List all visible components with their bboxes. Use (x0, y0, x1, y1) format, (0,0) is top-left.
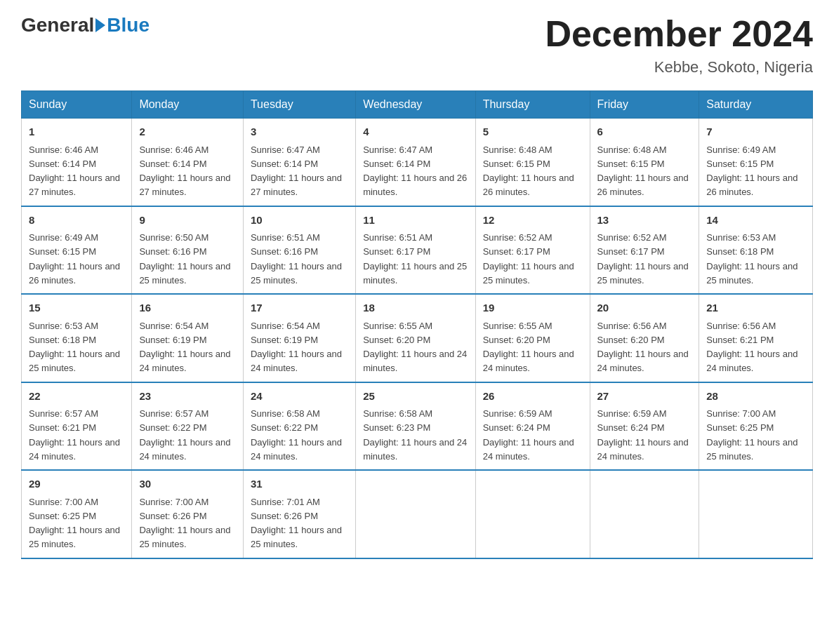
calendar-cell: 1 Sunrise: 6:46 AMSunset: 6:14 PMDayligh… (22, 119, 132, 206)
day-number: 26 (483, 389, 583, 405)
calendar-cell: 20 Sunrise: 6:56 AMSunset: 6:20 PMDaylig… (590, 294, 699, 382)
calendar-cell: 29 Sunrise: 7:00 AMSunset: 6:25 PMDaylig… (22, 470, 132, 558)
day-number: 24 (251, 389, 348, 405)
calendar-cell: 30 Sunrise: 7:00 AMSunset: 6:26 PMDaylig… (132, 470, 244, 558)
day-info: Sunrise: 6:47 AMSunset: 6:14 PMDaylight:… (363, 145, 467, 198)
calendar-cell: 4 Sunrise: 6:47 AMSunset: 6:14 PMDayligh… (356, 119, 476, 206)
day-number: 10 (251, 213, 348, 229)
day-number: 6 (597, 124, 692, 140)
day-info: Sunrise: 6:52 AMSunset: 6:17 PMDaylight:… (597, 232, 689, 286)
day-info: Sunrise: 6:51 AMSunset: 6:16 PMDaylight:… (251, 232, 342, 286)
calendar-cell: 28 Sunrise: 7:00 AMSunset: 6:25 PMDaylig… (699, 382, 813, 471)
day-info: Sunrise: 6:57 AMSunset: 6:22 PMDaylight:… (139, 408, 230, 462)
calendar-cell: 18 Sunrise: 6:55 AMSunset: 6:20 PMDaylig… (356, 294, 476, 382)
calendar-week-row: 15 Sunrise: 6:53 AMSunset: 6:18 PMDaylig… (22, 294, 813, 382)
weekday-header-saturday: Saturday (699, 91, 813, 119)
day-info: Sunrise: 6:54 AMSunset: 6:19 PMDaylight:… (139, 321, 230, 374)
day-info: Sunrise: 6:55 AMSunset: 6:20 PMDaylight:… (363, 321, 467, 374)
day-number: 15 (29, 300, 124, 316)
day-number: 29 (29, 476, 124, 492)
calendar-cell: 5 Sunrise: 6:48 AMSunset: 6:15 PMDayligh… (475, 119, 590, 206)
day-info: Sunrise: 6:51 AMSunset: 6:17 PMDaylight:… (363, 232, 467, 286)
day-info: Sunrise: 6:48 AMSunset: 6:15 PMDaylight:… (483, 145, 574, 198)
day-number: 17 (251, 300, 348, 316)
calendar-week-row: 1 Sunrise: 6:46 AMSunset: 6:14 PMDayligh… (22, 119, 813, 206)
logo-arrow-icon (95, 18, 105, 32)
calendar-cell (699, 470, 813, 558)
weekday-header-tuesday: Tuesday (243, 91, 355, 119)
calendar-cell (590, 470, 699, 558)
calendar-cell: 3 Sunrise: 6:47 AMSunset: 6:14 PMDayligh… (243, 119, 355, 206)
day-info: Sunrise: 6:56 AMSunset: 6:21 PMDaylight:… (706, 321, 797, 374)
day-number: 30 (139, 476, 236, 492)
day-number: 25 (363, 389, 468, 405)
weekday-header-sunday: Sunday (22, 91, 132, 119)
day-number: 4 (363, 124, 468, 140)
day-number: 20 (597, 300, 692, 316)
calendar-cell: 12 Sunrise: 6:52 AMSunset: 6:17 PMDaylig… (475, 206, 590, 295)
weekday-header-row: SundayMondayTuesdayWednesdayThursdayFrid… (22, 91, 813, 119)
calendar-cell: 24 Sunrise: 6:58 AMSunset: 6:22 PMDaylig… (243, 382, 355, 471)
calendar-cell: 16 Sunrise: 6:54 AMSunset: 6:19 PMDaylig… (132, 294, 244, 382)
weekday-header-thursday: Thursday (475, 91, 590, 119)
calendar-cell: 7 Sunrise: 6:49 AMSunset: 6:15 PMDayligh… (699, 119, 813, 206)
location-subtitle: Kebbe, Sokoto, Nigeria (545, 58, 813, 76)
day-info: Sunrise: 6:58 AMSunset: 6:23 PMDaylight:… (363, 408, 467, 462)
calendar-cell: 27 Sunrise: 6:59 AMSunset: 6:24 PMDaylig… (590, 382, 699, 471)
calendar-cell: 26 Sunrise: 6:59 AMSunset: 6:24 PMDaylig… (475, 382, 590, 471)
page-title: December 2024 (545, 14, 813, 54)
day-number: 7 (706, 124, 805, 140)
day-info: Sunrise: 6:55 AMSunset: 6:20 PMDaylight:… (483, 321, 574, 374)
day-number: 27 (597, 389, 692, 405)
day-info: Sunrise: 6:49 AMSunset: 6:15 PMDaylight:… (29, 232, 120, 286)
calendar-cell: 9 Sunrise: 6:50 AMSunset: 6:16 PMDayligh… (132, 206, 244, 295)
calendar-cell: 23 Sunrise: 6:57 AMSunset: 6:22 PMDaylig… (132, 382, 244, 471)
day-number: 9 (139, 213, 236, 229)
calendar-cell: 21 Sunrise: 6:56 AMSunset: 6:21 PMDaylig… (699, 294, 813, 382)
calendar-cell: 11 Sunrise: 6:51 AMSunset: 6:17 PMDaylig… (356, 206, 476, 295)
day-number: 1 (29, 124, 124, 140)
calendar-cell: 31 Sunrise: 7:01 AMSunset: 6:26 PMDaylig… (243, 470, 355, 558)
day-number: 13 (597, 213, 692, 229)
day-number: 11 (363, 213, 468, 229)
day-info: Sunrise: 6:57 AMSunset: 6:21 PMDaylight:… (29, 408, 120, 462)
day-number: 19 (483, 300, 583, 316)
day-info: Sunrise: 6:48 AMSunset: 6:15 PMDaylight:… (597, 145, 689, 198)
day-number: 16 (139, 300, 236, 316)
logo: General Blue (21, 14, 150, 36)
logo-blue-text: Blue (107, 14, 150, 36)
calendar-cell: 15 Sunrise: 6:53 AMSunset: 6:18 PMDaylig… (22, 294, 132, 382)
day-number: 8 (29, 213, 124, 229)
calendar-cell: 17 Sunrise: 6:54 AMSunset: 6:19 PMDaylig… (243, 294, 355, 382)
day-number: 28 (706, 389, 805, 405)
day-info: Sunrise: 7:01 AMSunset: 6:26 PMDaylight:… (251, 497, 342, 550)
day-info: Sunrise: 6:53 AMSunset: 6:18 PMDaylight:… (29, 321, 120, 374)
day-info: Sunrise: 6:49 AMSunset: 6:15 PMDaylight:… (706, 145, 797, 198)
calendar-cell: 13 Sunrise: 6:52 AMSunset: 6:17 PMDaylig… (590, 206, 699, 295)
day-number: 22 (29, 389, 124, 405)
calendar-week-row: 22 Sunrise: 6:57 AMSunset: 6:21 PMDaylig… (22, 382, 813, 471)
calendar-cell: 10 Sunrise: 6:51 AMSunset: 6:16 PMDaylig… (243, 206, 355, 295)
day-info: Sunrise: 6:54 AMSunset: 6:19 PMDaylight:… (251, 321, 342, 374)
calendar-cell: 6 Sunrise: 6:48 AMSunset: 6:15 PMDayligh… (590, 119, 699, 206)
calendar-table: SundayMondayTuesdayWednesdayThursdayFrid… (21, 90, 813, 559)
day-info: Sunrise: 6:47 AMSunset: 6:14 PMDaylight:… (251, 145, 342, 198)
day-info: Sunrise: 6:50 AMSunset: 6:16 PMDaylight:… (139, 232, 230, 286)
day-info: Sunrise: 7:00 AMSunset: 6:25 PMDaylight:… (706, 408, 797, 462)
calendar-cell: 14 Sunrise: 6:53 AMSunset: 6:18 PMDaylig… (699, 206, 813, 295)
calendar-cell: 19 Sunrise: 6:55 AMSunset: 6:20 PMDaylig… (475, 294, 590, 382)
day-number: 3 (251, 124, 348, 140)
calendar-cell: 8 Sunrise: 6:49 AMSunset: 6:15 PMDayligh… (22, 206, 132, 295)
calendar-cell (356, 470, 476, 558)
day-info: Sunrise: 6:58 AMSunset: 6:22 PMDaylight:… (251, 408, 342, 462)
calendar-week-row: 8 Sunrise: 6:49 AMSunset: 6:15 PMDayligh… (22, 206, 813, 295)
day-number: 21 (706, 300, 805, 316)
day-info: Sunrise: 7:00 AMSunset: 6:26 PMDaylight:… (139, 497, 230, 550)
day-number: 14 (706, 213, 805, 229)
day-number: 2 (139, 124, 236, 140)
day-number: 31 (251, 476, 348, 492)
day-number: 18 (363, 300, 468, 316)
day-info: Sunrise: 6:52 AMSunset: 6:17 PMDaylight:… (483, 232, 574, 286)
logo-general-text: General (21, 14, 94, 36)
day-info: Sunrise: 7:00 AMSunset: 6:25 PMDaylight:… (29, 497, 120, 550)
